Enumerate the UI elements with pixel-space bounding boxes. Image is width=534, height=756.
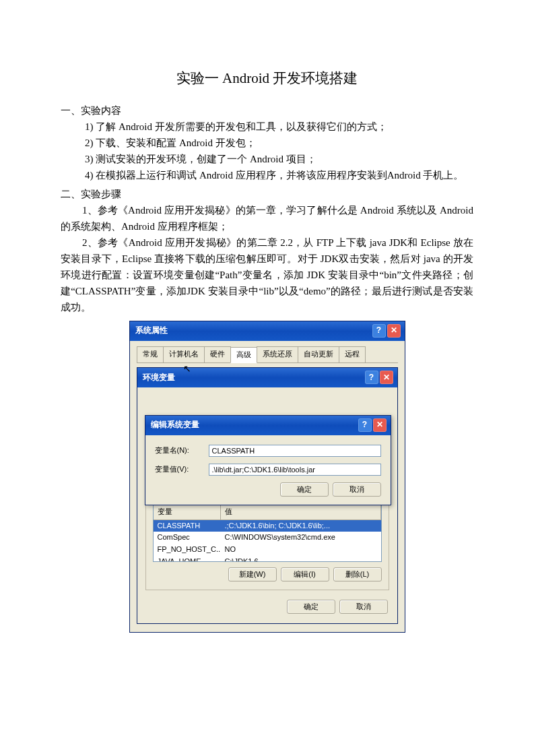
cancel-button[interactable]: 取消: [339, 600, 388, 614]
help-button[interactable]: ?: [358, 418, 372, 432]
col-variable[interactable]: 变量: [154, 505, 221, 519]
titlebar[interactable]: 系统属性 ? ✕: [130, 321, 405, 341]
table-row[interactable]: CLASSPATH.;C:\JDK1.6\bin; C:\JDK1.6\lib;…: [154, 520, 381, 532]
window-title: 系统属性: [135, 324, 168, 337]
list-item: 2) 下载、安装和配置 Android 开发包；: [61, 135, 473, 151]
ok-button[interactable]: 确定: [280, 482, 329, 497]
edit-button[interactable]: 编辑(I): [281, 567, 329, 581]
ok-button[interactable]: 确定: [287, 600, 335, 614]
edit-system-variable-dialog: 编辑系统变量 ? ✕ 变量名(N): 变量值(V):: [145, 415, 391, 505]
variable-name-label: 变量名(N):: [155, 445, 209, 457]
table-row[interactable]: ComSpecC:\WINDOWS\system32\cmd.exe: [154, 532, 381, 544]
tab-remote[interactable]: 远程: [339, 346, 366, 363]
list-item: 1) 了解 Android 开发所需要的开发包和工具，以及获得它们的方式；: [61, 119, 473, 135]
table-row[interactable]: FP_NO_HOST_C...NO: [154, 544, 381, 556]
list-item: 4) 在模拟器上运行和调试 Android 应用程序，并将该应用程序安装到And…: [61, 167, 473, 183]
window-title: 编辑系统变量: [151, 418, 199, 431]
col-value[interactable]: 值: [221, 505, 381, 519]
delete-button[interactable]: 删除(L): [333, 567, 382, 581]
close-button[interactable]: ✕: [373, 418, 387, 432]
tab-advanced[interactable]: 高级: [230, 347, 257, 364]
paragraph: 2、参考《Android 应用开发揭秘》的第二章 2.2，从 FTP 上下载 j…: [61, 234, 473, 315]
new-button[interactable]: 新建(W): [228, 567, 277, 581]
window-title: 环境变量: [143, 371, 175, 384]
tab-computer-name[interactable]: 计算机名: [163, 346, 205, 363]
system-variables-list[interactable]: 变量 值 CLASSPATH.;C:\JDK1.6\bin; C:\JDK1.6…: [153, 504, 382, 562]
tab-auto-update[interactable]: 自动更新: [298, 346, 339, 363]
table-row[interactable]: JAVA_HOMEC:\JDK1.6: [154, 556, 381, 563]
close-button[interactable]: ✕: [380, 371, 393, 384]
system-variables-group: 系统变量(S) 变量 值 CLASSPATH.;C:\JDK1.6\bin; C…: [145, 497, 389, 590]
tab-system-restore[interactable]: 系统还原: [257, 346, 298, 363]
help-button[interactable]: ?: [365, 371, 378, 384]
titlebar[interactable]: 编辑系统变量 ? ✕: [145, 416, 391, 435]
close-button[interactable]: ✕: [387, 324, 401, 338]
section-2-heading: 二、实验步骤: [61, 186, 473, 202]
variable-value-label: 变量值(V):: [155, 464, 209, 476]
cursor-icon: ↖: [183, 361, 191, 376]
section-1-heading: 一、实验内容: [61, 102, 473, 119]
list-item: 3) 测试安装的开发环境，创建了一个 Android 项目；: [61, 151, 473, 167]
tab-general[interactable]: 常规: [137, 346, 164, 363]
page-title: 实验一 Android 开发环境搭建: [61, 67, 473, 90]
tabs: 常规 计算机名 硬件 高级 系统还原 自动更新 远程: [137, 346, 398, 364]
paragraph: 1、参考《Android 应用开发揭秘》的第一章，学习了解什么是 Android…: [61, 202, 473, 234]
cancel-button[interactable]: 取消: [333, 482, 381, 497]
variable-name-input[interactable]: [209, 445, 381, 457]
tab-hardware[interactable]: 硬件: [204, 346, 231, 363]
titlebar[interactable]: 环境变量 ? ✕: [137, 368, 397, 387]
system-properties-window: 系统属性 ? ✕ 常规 计算机名 硬件 高级 系统还原 自动更新 远程 环境变量: [129, 321, 405, 633]
variable-value-input[interactable]: [209, 464, 381, 476]
help-button[interactable]: ?: [372, 324, 386, 338]
